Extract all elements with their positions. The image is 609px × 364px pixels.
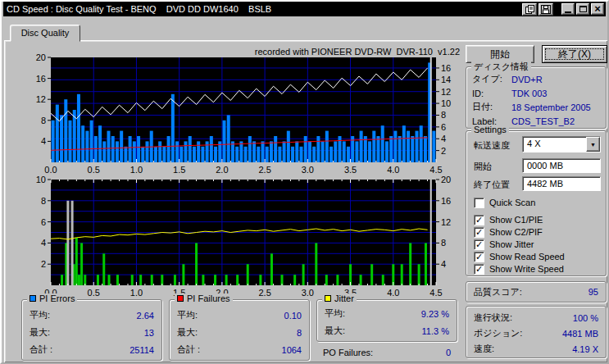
svg-text:8: 8 bbox=[41, 196, 46, 206]
svg-text:2.5: 2.5 bbox=[258, 165, 270, 175]
svg-text:4: 4 bbox=[41, 136, 46, 146]
svg-text:4.5: 4.5 bbox=[429, 165, 442, 175]
svg-text:12: 12 bbox=[441, 87, 451, 97]
pi-failures-legend: PI Failures bbox=[175, 293, 233, 303]
pi-failures-avg-row: 平均:0.10 bbox=[170, 307, 309, 324]
id-label: ID: bbox=[472, 89, 511, 98]
svg-text:12: 12 bbox=[441, 217, 451, 227]
end-pos-label: 終了位置 bbox=[474, 179, 510, 191]
quick-scan-checkbox[interactable] bbox=[474, 198, 484, 208]
type-label: タイプ: bbox=[472, 73, 511, 85]
exit-button[interactable]: 終了(X) bbox=[542, 45, 607, 63]
jitter-avg-row: 平均:9.23 % bbox=[317, 305, 457, 322]
svg-text:16: 16 bbox=[441, 63, 451, 73]
progress-label: 進行状況: bbox=[474, 312, 512, 324]
date-label: 日付: bbox=[472, 101, 511, 113]
svg-text:4: 4 bbox=[441, 134, 446, 143]
jitter-max-row: 最大:11.3 % bbox=[317, 322, 457, 339]
end-pos-input[interactable]: 4482 MB bbox=[522, 176, 601, 191]
show-c1-pie-row: ✓Show C1/PIE bbox=[474, 214, 543, 225]
save-button[interactable] bbox=[539, 3, 553, 16]
pi-failures-max-row: 最大:8 bbox=[170, 324, 309, 341]
svg-text:14: 14 bbox=[441, 75, 451, 84]
speed-label: 転送速度 bbox=[474, 139, 510, 152]
svg-text:16: 16 bbox=[36, 74, 46, 84]
svg-text:6: 6 bbox=[441, 122, 446, 132]
max-label: 最大: bbox=[325, 325, 345, 337]
date-value: 18 September 2005 bbox=[511, 102, 591, 112]
speed-value: 4.19 X bbox=[572, 344, 598, 354]
total-label: 合計 : bbox=[177, 344, 200, 356]
show-write-speed-checkbox[interactable]: ✓ bbox=[474, 264, 484, 275]
disc-type-row: タイプ:DVD+R bbox=[466, 72, 606, 86]
start-pos-label: 開始 bbox=[474, 161, 492, 173]
settings-group: Settings 転送速度 4 X ▼ 開始 0000 MB 終了位置 4482… bbox=[466, 130, 607, 276]
titlebar: CD Speed : Disc Quality Test - BENQ DVD … bbox=[3, 2, 606, 16]
speed-value: 4 X bbox=[523, 137, 586, 152]
tab-label: Disc Quality bbox=[21, 28, 70, 38]
save-icon bbox=[541, 5, 551, 14]
maximize-icon bbox=[579, 6, 587, 12]
quick-scan-row: Quick Scan bbox=[474, 197, 535, 208]
tab-disc-quality[interactable]: Disc Quality bbox=[10, 25, 80, 42]
disc-id-row: ID:TDK 003 bbox=[466, 86, 606, 100]
quality-score-label: 品質スコア: bbox=[474, 286, 522, 298]
disc-date-row: 日付:18 September 2005 bbox=[466, 100, 606, 114]
settings-title: Settings bbox=[471, 125, 509, 134]
minimize-button[interactable] bbox=[561, 3, 575, 15]
id-value: TDK 003 bbox=[511, 89, 547, 98]
start-pos-input[interactable]: 0000 MB bbox=[522, 158, 601, 173]
max-label: 最大: bbox=[30, 326, 50, 339]
total-label: 合計 : bbox=[30, 344, 52, 356]
jitter-title: Jitter bbox=[334, 293, 354, 303]
jitter-stats-group: Jitter 平均:9.23 % 最大:11.3 % bbox=[316, 299, 457, 342]
svg-text:2.5: 2.5 bbox=[258, 288, 270, 298]
avg-label: 平均: bbox=[30, 309, 50, 321]
avg-value: 0.10 bbox=[284, 311, 302, 321]
window-title: CD Speed : Disc Quality Test - BENQ DVD … bbox=[3, 4, 522, 14]
maximize-button[interactable] bbox=[576, 3, 589, 15]
close-button[interactable]: × bbox=[591, 3, 604, 15]
show-write-speed-row: ✓Show Write Speed bbox=[474, 263, 564, 275]
svg-text:20: 20 bbox=[36, 52, 46, 62]
disc-info-title: ディスク情報 bbox=[471, 61, 531, 73]
svg-text:2.0: 2.0 bbox=[216, 165, 228, 175]
show-jitter-label: Show Jitter bbox=[489, 239, 534, 249]
svg-text:20: 20 bbox=[441, 175, 451, 184]
avg-label: 平均: bbox=[177, 309, 198, 321]
pi-errors-stats-group: PI Errors 平均:2.64 最大:13 合計 :25114 bbox=[21, 299, 162, 361]
max-value: 8 bbox=[297, 328, 302, 338]
tab-page: recorded with PIONEER DVD-RW DVR-110 v1.… bbox=[4, 40, 608, 363]
svg-text:1.5: 1.5 bbox=[173, 165, 185, 175]
show-c2-pif-checkbox[interactable]: ✓ bbox=[474, 227, 484, 238]
show-read-speed-row: ✓Show Read Speed bbox=[474, 251, 565, 262]
speed-combobox[interactable]: 4 X ▼ bbox=[522, 136, 601, 152]
po-failures-value: 0 bbox=[446, 348, 451, 357]
svg-text:12: 12 bbox=[36, 94, 46, 104]
progress-row: 進行状況:100 % bbox=[466, 310, 606, 325]
quick-scan-label: Quick Scan bbox=[489, 198, 535, 207]
progress-box: 進行状況:100 % ポジション:4481 MB 速度:4.19 X bbox=[466, 306, 607, 358]
show-c2-pif-row: ✓Show C2/PIF bbox=[474, 226, 543, 238]
progress-value: 100 % bbox=[573, 313, 598, 323]
position-label: ポジション: bbox=[474, 327, 522, 339]
svg-text:4.5: 4.5 bbox=[429, 288, 442, 298]
app-window: CD Speed : Disc Quality Test - BENQ DVD … bbox=[0, 0, 609, 364]
show-c1-pie-checkbox[interactable]: ✓ bbox=[474, 215, 484, 225]
avg-value: 2.64 bbox=[137, 311, 154, 321]
svg-text:3.0: 3.0 bbox=[302, 288, 314, 298]
svg-text:0.5: 0.5 bbox=[88, 288, 100, 298]
disc-info-group: ディスク情報 タイプ:DVD+R ID:TDK 003 日付:18 Septem… bbox=[466, 66, 607, 129]
show-read-speed-checkbox[interactable]: ✓ bbox=[474, 252, 484, 262]
position-row: ポジション:4481 MB bbox=[466, 325, 606, 341]
svg-text:8: 8 bbox=[441, 110, 446, 120]
show-write-speed-label: Show Write Speed bbox=[489, 264, 564, 274]
svg-text:6: 6 bbox=[41, 217, 46, 227]
pages-icon bbox=[525, 5, 535, 14]
max-value: 13 bbox=[144, 328, 154, 338]
svg-text:10: 10 bbox=[36, 175, 46, 184]
svg-text:2: 2 bbox=[41, 259, 46, 269]
chevron-down-icon[interactable]: ▼ bbox=[586, 137, 600, 152]
show-jitter-checkbox[interactable]: ✓ bbox=[474, 239, 484, 250]
report-button[interactable] bbox=[522, 3, 537, 16]
